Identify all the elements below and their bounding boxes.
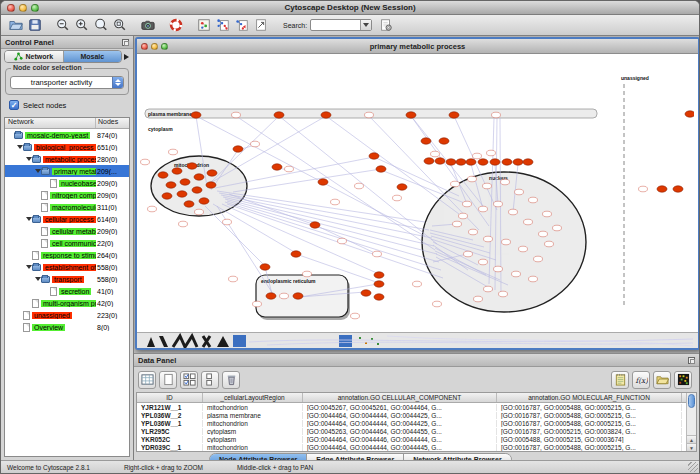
network-node[interactable] [374, 281, 384, 287]
network-node-labeled[interactable] [351, 313, 360, 319]
node-color-select[interactable]: transporter activity [10, 76, 124, 89]
network-graph[interactable]: plasma membranecytoplasmmitochondrionnuc… [137, 54, 694, 332]
select-stepper-icon[interactable] [112, 76, 123, 89]
network-node-labeled[interactable] [179, 221, 188, 227]
open-attributes-icon[interactable] [653, 371, 671, 389]
network-node[interactable] [456, 159, 466, 165]
import-attributes-icon[interactable] [611, 371, 629, 389]
network-node[interactable] [191, 112, 201, 118]
network-node[interactable] [180, 179, 190, 185]
network-node-labeled[interactable] [468, 176, 477, 182]
network-node-labeled[interactable] [474, 296, 483, 302]
network-node-labeled[interactable] [501, 179, 510, 185]
tab-scroll-right-icon[interactable] [122, 54, 130, 60]
annotation-icon[interactable] [252, 17, 269, 34]
network-node-labeled[interactable] [553, 225, 562, 231]
expand-arrow-icon[interactable] [16, 145, 23, 149]
network-node[interactable] [502, 159, 512, 165]
table-row[interactable]: YDR039C__1mitochondrion[GO:0044464, GO:0… [137, 443, 686, 451]
network-node[interactable] [172, 168, 182, 174]
column-header[interactable]: _cellularLayoutRegion [203, 393, 303, 402]
network-node-labeled[interactable] [251, 141, 260, 147]
network-node-labeled[interactable] [433, 301, 442, 307]
formula-icon[interactable]: f(x) [632, 371, 650, 389]
help-icon[interactable] [167, 17, 184, 34]
network-node[interactable] [406, 112, 416, 118]
network-node-labeled[interactable] [487, 150, 496, 156]
network-node[interactable] [439, 138, 449, 144]
zoom-button[interactable] [31, 4, 39, 12]
network-tree-row[interactable]: Overview8(0) [5, 321, 129, 333]
open-folder-icon[interactable] [7, 17, 24, 34]
network-node-labeled[interactable] [512, 271, 521, 277]
network-node[interactable] [206, 182, 216, 188]
network-node[interactable] [310, 222, 320, 228]
network-tree-row[interactable]: nucleobase-209(0) [5, 177, 129, 189]
network-node-labeled[interactable] [393, 195, 402, 201]
network-node-labeled[interactable] [545, 241, 554, 247]
network-tree-row[interactable]: primary metabo209(... [5, 165, 129, 177]
network-node[interactable] [449, 112, 459, 118]
network-node-labeled[interactable] [413, 281, 422, 287]
vizmapper-icon[interactable] [195, 17, 212, 34]
network-node-labeled[interactable] [494, 201, 503, 207]
merge-networks-icon[interactable] [214, 17, 231, 34]
network-node[interactable] [321, 112, 331, 118]
network-node-labeled[interactable] [509, 209, 518, 215]
network-node-labeled[interactable] [232, 112, 241, 118]
network-node-labeled[interactable] [543, 211, 552, 217]
expand-arrow-icon[interactable] [25, 157, 32, 161]
network-node-labeled[interactable] [229, 276, 238, 282]
network-node[interactable] [361, 290, 371, 296]
network-node-labeled[interactable] [338, 238, 347, 244]
save-icon[interactable] [26, 17, 43, 34]
network-node-labeled[interactable] [519, 246, 528, 252]
table-scrollbar[interactable]: ▲ ▼ [686, 393, 696, 451]
network-node[interactable] [673, 186, 683, 192]
resize-grip[interactable] [688, 462, 698, 472]
table-row[interactable]: YLR295Ccytoplasm[GO:0045263, GO:0044464,… [137, 427, 686, 435]
float-panel-icon[interactable] [122, 39, 129, 46]
network-node[interactable] [166, 182, 176, 188]
network-node-labeled[interactable] [459, 213, 468, 219]
unselect-attributes-icon[interactable] [201, 371, 219, 389]
close-button[interactable] [7, 4, 15, 12]
column-header[interactable]: annotation.GO MOLECULAR_FUNCTION [497, 393, 682, 402]
network-node-labeled[interactable] [529, 276, 538, 282]
network-node-labeled[interactable] [534, 256, 543, 262]
minimize-button[interactable] [19, 4, 27, 12]
scroll-up-icon[interactable]: ▲ [687, 435, 696, 443]
network-node-labeled[interactable] [373, 251, 382, 257]
zoom-fit-icon[interactable] [92, 17, 109, 34]
network-node-labeled[interactable] [355, 183, 364, 189]
network-node-labeled[interactable] [469, 229, 478, 235]
network-node-labeled[interactable] [303, 271, 312, 277]
network-node[interactable] [513, 159, 523, 165]
network-tree-row[interactable]: macromolecule311(0) [5, 201, 129, 213]
network-tree-row[interactable]: cell communicat22(0) [5, 237, 129, 249]
matrix-icon[interactable] [674, 371, 692, 389]
network-view-window[interactable]: primary metabolic process plasma membran… [135, 37, 699, 350]
column-header[interactable]: ID [137, 393, 203, 402]
network-node[interactable] [266, 293, 276, 299]
network-node[interactable] [374, 272, 384, 278]
network-node-labeled[interactable] [195, 209, 204, 215]
network-node-labeled[interactable] [331, 199, 340, 205]
tab-mosaic[interactable]: Mosaic [64, 51, 122, 62]
network-node-labeled[interactable] [494, 266, 503, 272]
network-node-labeled[interactable] [529, 197, 538, 203]
expand-arrow-icon[interactable] [34, 169, 41, 173]
network-node-labeled[interactable] [280, 293, 289, 299]
new-attribute-icon[interactable] [159, 371, 177, 389]
network-node[interactable] [376, 166, 386, 172]
network-node[interactable] [293, 293, 303, 299]
network-node[interactable] [260, 264, 270, 270]
network-node-labeled[interactable] [484, 286, 493, 292]
network-node-labeled[interactable] [484, 236, 493, 242]
network-tree-row[interactable]: metabolic process280(0) [5, 153, 129, 165]
network-node-labeled[interactable] [365, 112, 374, 118]
network-tree-row[interactable]: transport558(0) [5, 273, 129, 285]
scrollbar-thumb[interactable] [688, 394, 695, 408]
network-node-labeled[interactable] [463, 201, 472, 207]
report-icon[interactable] [377, 17, 394, 34]
